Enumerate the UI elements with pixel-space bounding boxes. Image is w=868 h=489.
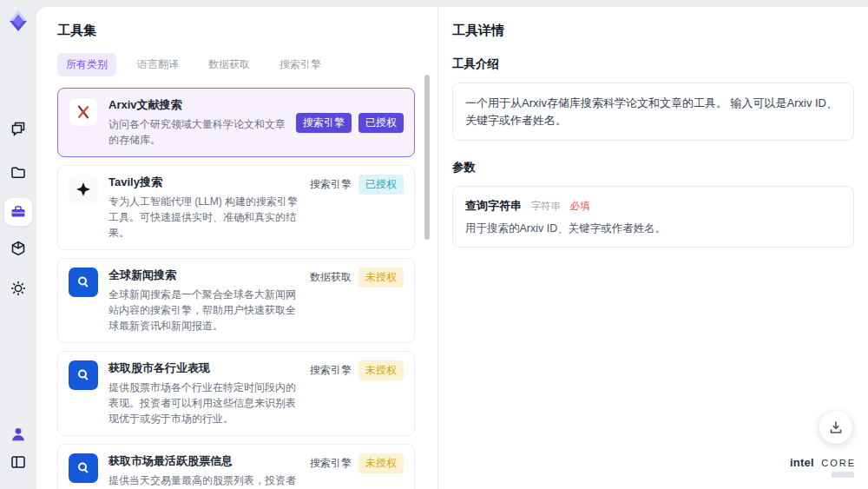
tab-language-translation[interactable]: 语言翻译 bbox=[128, 53, 187, 76]
auth-status-badge: 已授权 bbox=[358, 113, 404, 133]
sidebar-item-settings[interactable] bbox=[0, 280, 36, 297]
tool-name: 获取股市各行业表现 bbox=[108, 360, 299, 376]
parameter-card: 查询字符串 字符串 必填 用于搜索的Arxiv ID、关键字或作者姓名。 bbox=[452, 186, 854, 248]
tab-all-categories[interactable]: 所有类别 bbox=[57, 53, 116, 76]
package-icon bbox=[10, 240, 27, 257]
collapse-panel-icon bbox=[10, 453, 27, 471]
blue-search-icon bbox=[69, 360, 98, 390]
list-scrollbar-thumb[interactable] bbox=[424, 75, 430, 240]
settings-gear-icon bbox=[10, 280, 27, 297]
tool-card-text: 获取市场最活跃股票信息 提供当天交易量最高的股票列表，投资者可以利用这些信息来识… bbox=[108, 453, 299, 489]
category-badge: 数据获取 bbox=[310, 268, 352, 287]
sidebar-item-chat[interactable] bbox=[0, 120, 36, 137]
tool-card-text: 获取股市各行业表现 提供股票市场各个行业在特定时间段内的表现。投资者可以利用这些… bbox=[108, 360, 299, 426]
tool-card-text: 全球新闻搜索 全球新闻搜索是一个聚合全球各大新闻网站内容的搜索引擎，帮助用户快速… bbox=[108, 268, 299, 334]
auth-status-badge: 未授权 bbox=[358, 453, 404, 473]
tool-card-stock-sectors[interactable]: 获取股市各行业表现 提供股票市场各个行业在特定时间段内的表现。投资者可以利用这些… bbox=[57, 351, 415, 436]
blue-search-icon bbox=[69, 453, 98, 483]
auth-status-badge: 已授权 bbox=[358, 175, 404, 195]
intro-section-title: 工具介绍 bbox=[452, 56, 854, 72]
tool-name: 全球新闻搜索 bbox=[108, 268, 299, 283]
intel-word: intel bbox=[790, 456, 814, 469]
auth-status-badge: 未授权 bbox=[358, 268, 404, 287]
auth-status-badge: 未授权 bbox=[358, 360, 404, 380]
category-tabs: 所有类别 语言翻译 数据获取 搜索引擎 bbox=[57, 53, 437, 76]
tool-intro-box: 一个用于从Arxiv存储库搜索科学论文和文章的工具。 输入可以是Arxiv ID… bbox=[452, 83, 854, 141]
tool-description: 提供股票市场各个行业在特定时间段内的表现。投资者可以利用这些信息来识别表现优于或… bbox=[108, 380, 299, 426]
tool-card-global-news[interactable]: 全球新闻搜索 全球新闻搜索是一个聚合全球各大新闻网站内容的搜索引擎，帮助用户快速… bbox=[57, 258, 415, 343]
tool-card-text: Tavily搜索 专为人工智能代理 (LLM) 构建的搜索引擎工具。可快速提供实… bbox=[108, 175, 299, 241]
page-title: 工具集 bbox=[57, 23, 437, 39]
download-icon bbox=[828, 420, 844, 435]
tool-badges: 搜索引擎 未授权 bbox=[310, 360, 404, 380]
logo-gem-icon bbox=[6, 9, 30, 33]
chat-icon bbox=[10, 120, 27, 137]
sidebar-collapse-button[interactable] bbox=[0, 453, 36, 471]
tool-description: 专为人工智能代理 (LLM) 构建的搜索引擎工具。可快速提供实时、准确和真实的结… bbox=[108, 194, 299, 241]
intel-core-logo: intel CORE bbox=[790, 454, 856, 478]
detail-title: 工具详情 bbox=[452, 23, 854, 39]
folder-icon bbox=[10, 164, 27, 182]
tool-badges: 搜索引擎 未授权 bbox=[310, 453, 404, 473]
tool-description: 提供当天交易量最高的股票列表，投资者可以利用这些信息来识别流动性强的股票和潜在的… bbox=[108, 472, 299, 489]
parameter-header: 查询字符串 字符串 必填 bbox=[465, 197, 841, 214]
tool-badges: 搜索引擎 已授权 bbox=[310, 175, 404, 195]
toolbox-icon bbox=[10, 203, 27, 221]
sidebar-item-models[interactable] bbox=[0, 240, 36, 257]
tool-card-arxiv[interactable]: Arxiv文献搜索 访问各个研究领域大量科学论文和文章的存储库。 搜索引擎 已授… bbox=[57, 88, 415, 157]
category-badge: 搜索引擎 bbox=[310, 453, 352, 473]
params-section-title: 参数 bbox=[452, 160, 854, 175]
core-word: CORE bbox=[821, 458, 856, 468]
sidebar-item-files[interactable] bbox=[0, 164, 36, 182]
category-badge: 搜索引擎 bbox=[310, 175, 352, 195]
tool-name: 获取市场最活跃股票信息 bbox=[108, 453, 299, 469]
tool-detail-panel: 工具详情 工具介绍 一个用于从Arxiv存储库搜索科学论文和文章的工具。 输入可… bbox=[438, 7, 868, 489]
parameter-type: 字符串 bbox=[530, 201, 561, 211]
parameter-name: 查询字符串 bbox=[465, 199, 522, 212]
category-badge: 搜索引擎 bbox=[310, 360, 352, 380]
sidebar-rail bbox=[0, 0, 36, 489]
intel-core-wordmark: intel CORE bbox=[790, 454, 856, 470]
tool-name: Arxiv文献搜索 bbox=[108, 97, 286, 113]
tool-card-active-stocks[interactable]: 获取市场最活跃股票信息 提供当天交易量最高的股票列表，投资者可以利用这些信息来识… bbox=[57, 444, 415, 489]
tab-data-fetch[interactable]: 数据获取 bbox=[200, 53, 259, 76]
tool-description: 访问各个研究领域大量科学论文和文章的存储库。 bbox=[108, 116, 286, 148]
tool-card-list: Arxiv文献搜索 访问各个研究领域大量科学论文和文章的存储库。 搜索引擎 已授… bbox=[57, 88, 415, 489]
download-button[interactable] bbox=[819, 411, 852, 444]
parameter-required-flag: 必填 bbox=[569, 201, 589, 211]
tab-search-engine[interactable]: 搜索引擎 bbox=[271, 53, 330, 76]
tool-description: 全球新闻搜索是一个聚合全球各大新闻网站内容的搜索引擎，帮助用户快速获取全球最新资… bbox=[108, 287, 299, 334]
parameter-description: 用于搜索的Arxiv ID、关键字或作者姓名。 bbox=[465, 221, 841, 236]
tool-badges: 搜索引擎 已授权 bbox=[296, 113, 404, 133]
tool-card-text: Arxiv文献搜索 访问各个研究领域大量科学论文和文章的存储库。 bbox=[108, 97, 286, 148]
tool-card-tavily[interactable]: Tavily搜索 专为人工智能代理 (LLM) 构建的搜索引擎工具。可快速提供实… bbox=[57, 165, 415, 250]
tool-badges: 数据获取 未授权 bbox=[310, 268, 404, 287]
tavily-star-icon bbox=[69, 175, 98, 204]
intel-sub-badge bbox=[832, 472, 854, 478]
tool-name: Tavily搜索 bbox=[108, 175, 299, 190]
tool-list-panel: 工具集 所有类别 语言翻译 数据获取 搜索引擎 Arxiv文献搜索 访问各个研究… bbox=[36, 7, 438, 489]
user-icon bbox=[10, 426, 27, 443]
main-panel: 工具集 所有类别 语言翻译 数据获取 搜索引擎 Arxiv文献搜索 访问各个研究… bbox=[36, 7, 868, 489]
sidebar-item-account[interactable] bbox=[0, 426, 36, 443]
blue-search-icon bbox=[69, 268, 98, 297]
app-logo[interactable] bbox=[0, 9, 36, 33]
arxiv-icon bbox=[69, 97, 98, 127]
sidebar-item-tools-active[interactable] bbox=[4, 198, 32, 226]
category-badge: 搜索引擎 bbox=[296, 113, 352, 133]
